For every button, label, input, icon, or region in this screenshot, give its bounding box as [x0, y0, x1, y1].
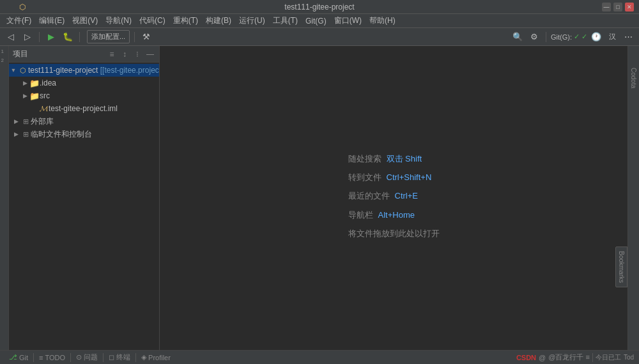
datetime-label: 今日已工 [596, 353, 621, 362]
profiler-label: Profiler [148, 354, 171, 361]
panel-action-minimize[interactable]: — [145, 49, 155, 59]
arrow-root: ▼ [9, 67, 18, 73]
temp-label: 临时文件和控制台 [31, 129, 92, 140]
project-panel: 项目 ≡ ↕ ⁝ — ▼ ⬡ test111-gitee-project [[t… [9, 46, 160, 350]
status-sep-4 [135, 353, 136, 362]
git-status-label: Git [19, 354, 28, 361]
close-button[interactable]: ✕ [625, 3, 634, 11]
csdn-label: CSDN [516, 354, 536, 361]
toolbar: ◁ ▷ ▶ 🐛 添加配置... ⚒ 🔍 ⚙ Git(G): ✓ ✓ 🕐 汉 ⋯ [0, 28, 639, 46]
status-bar: ⎇ Git ≡ TODO ⊙ 问题 ◻ 终端 ◈ Profiler CSDN @… [0, 350, 639, 364]
side-icon-bar: 1 2 [0, 46, 9, 350]
tree-item-src[interactable]: ▶ 📁 src [9, 89, 159, 102]
toolbar-build-project-button[interactable]: ⚒ [139, 30, 153, 44]
tree-view: ▼ ⬡ test111-gitee-project [[test-gitee.p… [9, 63, 159, 350]
at-symbol: @ [539, 354, 546, 361]
problems-label: 问题 [84, 353, 98, 362]
right-sidebar[interactable]: Codota [627, 46, 639, 350]
idea-label: .idea [40, 79, 56, 87]
side-icon-2[interactable]: 2 [1, 57, 8, 64]
toolbar-debug-button[interactable]: 🐛 [61, 30, 75, 44]
menu-code[interactable]: 代码(C) [135, 14, 169, 27]
status-sep-2 [70, 353, 71, 362]
src-label: src [40, 91, 50, 100]
menu-window[interactable]: 窗口(W) [330, 14, 366, 27]
hint-line-1: 随处搜索 双击 Shift [348, 151, 440, 166]
tree-item-root[interactable]: ▼ ⬡ test111-gitee-project [[test-gitee.p… [9, 64, 159, 77]
menu-file[interactable]: 文件(F) [3, 14, 35, 27]
menu-edit[interactable]: 编辑(E) [35, 14, 68, 27]
codota-label[interactable]: Codota [629, 65, 638, 91]
status-sep-5 [592, 353, 593, 362]
git-status-item[interactable]: ⎇ Git [5, 351, 32, 364]
toolbar-separator-3 [134, 32, 135, 42]
maximize-button[interactable]: □ [613, 3, 622, 11]
add-config-button[interactable]: 添加配置... [87, 30, 130, 43]
side-icon-1[interactable]: 1 [1, 49, 8, 55]
bookmarks-tab[interactable]: Bookmarks [615, 246, 627, 287]
temp-icon: ⊞ [20, 130, 31, 139]
panel-action-sort[interactable]: ↕ [119, 49, 130, 59]
toolbar-search-button[interactable]: 🔍 [511, 30, 525, 44]
hint-shortcut-4: Alt+Home [378, 208, 415, 222]
hint-line-4: 导航栏 Alt+Home [348, 208, 440, 222]
panel-header: 项目 ≡ ↕ ⁝ — [9, 46, 159, 63]
toolbar-forward-button[interactable]: ▷ [20, 30, 35, 44]
panel-action-more[interactable]: ⁝ [132, 49, 142, 59]
panel-action-gear[interactable]: ≡ [107, 49, 117, 59]
menu-tools[interactable]: 工具(T) [269, 14, 302, 27]
git-branch-icon: ⎇ [9, 353, 17, 361]
menu-build[interactable]: 构建(B) [202, 14, 235, 27]
toolbar-more-button[interactable]: ⋯ [621, 30, 635, 44]
hint-text-1: 随处搜索 [348, 151, 381, 166]
pom-file-icon: 𝓜 [38, 104, 49, 113]
menu-refactor[interactable]: 重构(T) [169, 14, 202, 27]
tree-item-temp[interactable]: ▶ ⊞ 临时文件和控制台 [9, 128, 159, 140]
hint-text-2: 转到文件 [348, 170, 381, 185]
tree-item-idea[interactable]: ▶ 📁 .idea [9, 77, 159, 89]
src-folder-icon: 📁 [29, 91, 40, 101]
toolbar-translate-button[interactable]: 汉 [605, 30, 619, 44]
menu-run[interactable]: 运行(U) [235, 14, 269, 27]
window-controls[interactable]: — □ ✕ [602, 3, 634, 11]
terminal-status-item[interactable]: ◻ 终端 [105, 351, 134, 364]
todo-status-item[interactable]: ≡ TODO [35, 351, 69, 364]
menu-view[interactable]: 视图(V) [68, 14, 102, 27]
terminal-icon: ◻ [109, 353, 114, 361]
toolbar-back-button[interactable]: ◁ [4, 30, 18, 44]
git-status: Git(G): ✓ ✓ 🕐 汉 ⋯ [551, 30, 635, 44]
hint-text-3: 最近的文件 [348, 188, 390, 203]
toolbar-separator-4 [546, 32, 546, 42]
root-label: test111-gitee-project [[test-gitee.proje… [28, 66, 159, 75]
window-title: test111-gitee-project [5, 3, 634, 11]
toolbar-run-button[interactable]: ▶ [44, 30, 58, 44]
panel-title: 项目 [13, 49, 107, 59]
git-check-2: ✓ [581, 33, 587, 41]
git-label: Git(G): [551, 33, 572, 41]
hint-shortcut-1: 双击 Shift [387, 151, 422, 166]
hint-shortcut-3: Ctrl+E [395, 188, 418, 203]
profiler-status-item[interactable]: ◈ Profiler [137, 351, 174, 364]
menu-git[interactable]: Git(G) [302, 14, 330, 27]
arrow-idea: ▶ [20, 80, 29, 86]
arrow-temp: ▶ [12, 131, 20, 137]
status-sep-3 [103, 353, 104, 362]
editor-hints: 随处搜索 双击 Shift 转到文件 Ctrl+Shift+N 最近的文件 Ct… [348, 151, 440, 245]
menu-help[interactable]: 帮助(H) [366, 14, 399, 27]
toolbar-settings-button[interactable]: ⚙ [527, 30, 541, 44]
profiler-icon: ◈ [141, 353, 146, 361]
problems-status-item[interactable]: ⊙ 问题 [72, 351, 102, 364]
external-label: 外部库 [31, 116, 54, 127]
panel-actions: ≡ ↕ ⁝ — [107, 49, 155, 59]
terminal-label: 终端 [116, 353, 130, 362]
tree-item-external[interactable]: ▶ ⊞ 外部库 [9, 115, 159, 128]
idea-folder-icon: 📁 [29, 79, 40, 88]
arrow-external: ▶ [12, 118, 20, 125]
menu-navigate[interactable]: 导航(N) [102, 14, 135, 27]
title-bar: ⬡ test111-gitee-project — □ ✕ [0, 0, 639, 14]
minimize-button[interactable]: — [602, 3, 611, 11]
todo-icon: ≡ [39, 354, 43, 361]
toolbar-git-history-button[interactable]: 🕐 [589, 30, 603, 44]
menu-bar: 文件(F) 编辑(E) 视图(V) 导航(N) 代码(C) 重构(T) 构建(B… [0, 14, 639, 28]
tree-item-pom[interactable]: ▶ 𝓜 test-gitee-project.iml [9, 102, 159, 115]
